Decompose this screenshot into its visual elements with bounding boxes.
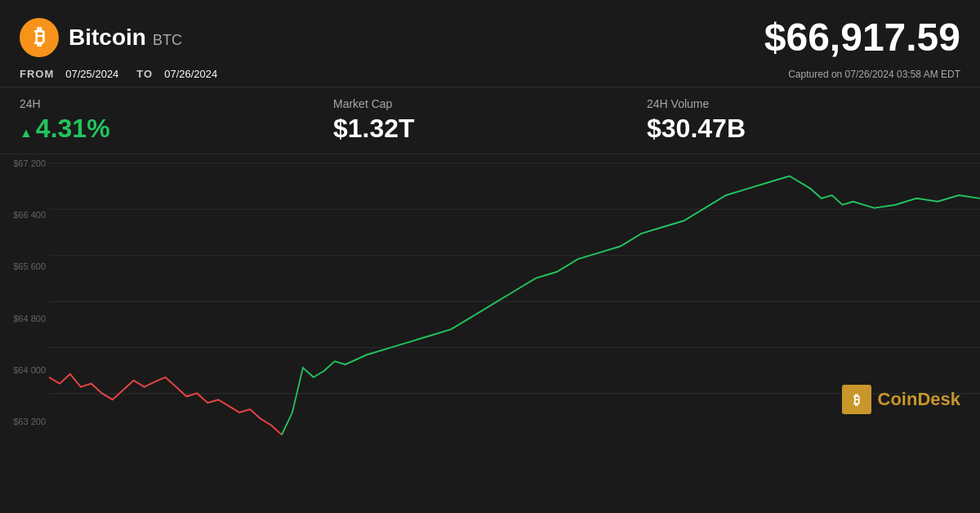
stat-market-cap: Market Cap $1.32T <box>333 97 647 144</box>
coin-name: Bitcoin <box>69 25 146 51</box>
coindesk-logo: ₿ CoinDesk <box>842 385 960 414</box>
price-chart <box>49 154 980 447</box>
period-label: 24H <box>20 97 333 110</box>
logo-area: ₿ Bitcoin BTC <box>20 18 182 57</box>
to-date: 07/26/2024 <box>164 68 217 80</box>
volume-label: 24H Volume <box>647 97 960 110</box>
from-label: FROM <box>20 68 54 80</box>
coin-ticker: BTC <box>153 32 182 49</box>
change-value: ▲4.31% <box>20 114 333 144</box>
y-axis-label: $64 000 <box>3 365 46 375</box>
header: ₿ Bitcoin BTC $66,917.59 <box>0 0 980 68</box>
chart-area: $67 200$66 400$65 600$64 800$64 000$63 2… <box>0 154 980 447</box>
stat-24h-change: 24H ▲4.31% <box>20 97 333 144</box>
change-arrow: ▲ <box>20 126 33 140</box>
y-axis-label: $63 200 <box>3 417 46 426</box>
y-axis-label: $65 600 <box>3 261 46 271</box>
stats-row: 24H ▲4.31% Market Cap $1.32T 24H Volume … <box>0 87 980 154</box>
y-axis-label: $66 400 <box>3 210 46 220</box>
from-date: 07/25/2024 <box>65 68 118 80</box>
bitcoin-icon: ₿ <box>20 18 59 57</box>
date-range-row: FROM 07/25/2024 TO 07/26/2024 Captured o… <box>0 68 980 87</box>
stat-volume: 24H Volume $30.47B <box>647 97 960 144</box>
market-cap-label: Market Cap <box>333 97 647 110</box>
date-left: FROM 07/25/2024 TO 07/26/2024 <box>20 68 217 80</box>
captured-text: Captured on 07/26/2024 03:58 AM EDT <box>788 69 960 80</box>
to-label: TO <box>136 68 153 80</box>
y-axis-label: $64 800 <box>3 314 46 323</box>
y-axis-label: $67 200 <box>3 158 46 168</box>
svg-text:₿: ₿ <box>853 393 860 407</box>
y-axis: $67 200$66 400$65 600$64 800$64 000$63 2… <box>0 154 49 430</box>
chart-canvas: 09:0012:0015:0018:0021:0026. Jul03:0006:… <box>49 154 980 447</box>
logo-text: Bitcoin BTC <box>69 25 182 51</box>
market-cap-value: $1.32T <box>333 114 647 144</box>
volume-value: $30.47B <box>647 114 960 144</box>
coindesk-text: CoinDesk <box>878 389 960 410</box>
current-price: $66,917.59 <box>764 15 960 60</box>
coindesk-icon: ₿ <box>842 385 871 414</box>
